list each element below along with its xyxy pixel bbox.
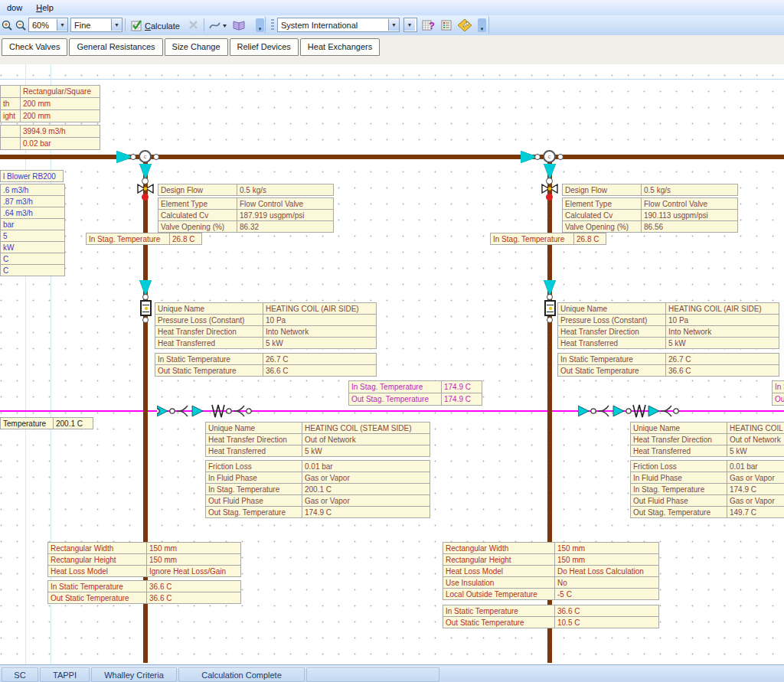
toolbar-overflow-icon[interactable]: ▾ — [478, 18, 486, 32]
steamcoil1-table[interactable]: Unique NameHEATING COIL (STEAM SIDE)Heat… — [205, 422, 430, 457]
tab-size-change[interactable]: Size Change — [165, 38, 228, 56]
row-label: In Stag. Temperature — [349, 381, 441, 393]
row-label: Design Flow — [563, 184, 641, 195]
polyline-tool-button[interactable] — [208, 18, 227, 32]
row-label: Out Static Temperature — [155, 365, 263, 376]
row-value: Out of Network — [727, 434, 784, 445]
table-row: Valve Opening (%)86.56 — [562, 220, 738, 233]
table-row: Friction Loss0.01 bar — [205, 460, 430, 472]
row-value: bar — [1, 219, 64, 230]
steamcoil2-table[interactable]: Unique NameHEATING COIL (STEAM SIDE)Heat… — [630, 422, 784, 457]
valve1-design-flow-table[interactable]: Design Flow0.5 kg/s — [158, 184, 334, 196]
blower-results-table[interactable]: .6 m3/h.87 m3/h.64 m3/hbar5kWCC — [0, 184, 65, 276]
steam-valve-group-icon[interactable] — [157, 403, 260, 419]
row-value: Gas or Vapor — [302, 495, 430, 506]
combo-dropdown-icon[interactable]: ▼ — [404, 19, 415, 31]
aircoil1-table[interactable]: Unique NameHEATING COIL (AIR SIDE)Pressu… — [155, 302, 377, 349]
valve-actuator-node[interactable] — [142, 194, 149, 201]
tee-junction-icon[interactable]: c — [139, 150, 152, 163]
row-value: .64 m3/h — [1, 207, 64, 218]
zoom-out-button[interactable] — [15, 18, 27, 32]
table-row: kW — [0, 241, 65, 253]
menu-item-help[interactable]: Help — [29, 2, 60, 14]
steam-valve-group-icon[interactable] — [578, 403, 681, 419]
instag-temp1-table[interactable]: In Stag. Temperature26.8 C — [86, 233, 202, 245]
junction-node-icon[interactable] — [547, 294, 553, 300]
valve2-results-table[interactable]: Element TypeFlow Control ValveCalculated… — [562, 197, 738, 233]
canvas[interactable]: c c — [0, 64, 784, 664]
grid-quality-combobox[interactable]: Fine ▼ — [70, 18, 122, 32]
flow-control-valve-icon[interactable] — [137, 184, 154, 194]
aircoil1-temps-table[interactable]: In Static Temperature26.7 COut Static Te… — [155, 353, 377, 377]
table-row: Out Stag. Temperature — [772, 393, 784, 406]
table-row: 3994.9 m3/h — [0, 125, 100, 138]
valve-actuator-node[interactable] — [546, 194, 553, 201]
steam-stag-temp-mid-table[interactable]: In Stag. Temperature174.9 COut Stag. Tem… — [348, 380, 482, 406]
table-row: Calculated Cv187.919 usgpm/psi — [158, 209, 334, 221]
row-label: Element Type — [158, 198, 237, 209]
junction-node-icon[interactable] — [547, 317, 553, 323]
row-label: Out Stag. Temperature — [349, 393, 441, 405]
valve2-design-flow-table[interactable]: Design Flow0.5 kg/s — [562, 184, 738, 196]
table-row: Rectangular/Square — [0, 85, 100, 98]
duct2-props-table[interactable]: Rectangular Width150 mmRectangular Heigh… — [443, 542, 659, 600]
row-label: Heat Transfer Direction — [558, 326, 665, 337]
valve1-results-table[interactable]: Element TypeFlow Control ValveCalculated… — [158, 197, 334, 233]
heat-exchanger-icon[interactable] — [544, 300, 556, 316]
blower-name-label[interactable]: l Blower RB200 — [0, 170, 64, 182]
stop-calculation-button-disabled[interactable] — [188, 18, 199, 32]
results-list-button[interactable] — [440, 18, 452, 32]
flow-control-valve-icon[interactable] — [541, 184, 558, 194]
junction-node-icon[interactable] — [153, 154, 159, 160]
combo-dropdown-icon[interactable]: ▼ — [388, 19, 399, 31]
toolbar-gripper[interactable] — [271, 19, 274, 31]
aircoil2-table[interactable]: Unique NameHEATING COIL (AIR SIDE)Pressu… — [557, 302, 779, 349]
zoom-level-combobox[interactable]: 60% ▼ — [28, 18, 68, 32]
secondary-combobox[interactable]: ▼ — [403, 18, 417, 32]
heat-exchanger-icon[interactable] — [140, 300, 152, 316]
table-row: In Stag. Temperature26.8 C — [86, 233, 202, 245]
steam-in-temp-table[interactable]: Temperature200.1 C — [0, 417, 93, 429]
designer-button[interactable] — [457, 18, 472, 32]
toolbar-overflow-icon[interactable]: ▾ — [256, 18, 264, 32]
library-button[interactable] — [232, 18, 246, 32]
row-label: Out Stag. Temperature — [206, 507, 302, 517]
table-row: Heat Transferred5 kW — [155, 337, 377, 349]
row-value: 174.9 C — [441, 381, 482, 393]
row-value: HEATING COIL (AIR SIDE) — [665, 303, 779, 314]
row-value: 5 kW — [302, 445, 430, 456]
tab-general-resistances[interactable]: General Resistances — [69, 38, 162, 56]
junction-node-icon[interactable] — [130, 154, 136, 160]
junction-node-icon[interactable] — [142, 317, 149, 323]
junction-node-icon[interactable] — [534, 154, 541, 160]
duct-shape-table[interactable]: Rectangular/Squareth200 mmight200 mm — [0, 85, 100, 122]
junction-node-icon[interactable] — [557, 154, 564, 160]
table-row: In Fluid PhaseGas or Vapor — [630, 472, 784, 484]
instag-temp2-table[interactable]: In Stag. Temperature26.8 C — [490, 233, 606, 245]
row-label: In Stag. Temperature — [631, 484, 727, 494]
combo-dropdown-icon[interactable]: ▼ — [111, 19, 122, 31]
aircoil2-temps-table[interactable]: In Static Temperature26.7 COut Static Te… — [557, 353, 779, 377]
unit-system-combobox[interactable]: System International ▼ — [277, 18, 400, 32]
steamcoil1-results-table[interactable]: Friction Loss0.01 barIn Fluid PhaseGas o… — [205, 460, 430, 518]
combo-dropdown-icon[interactable]: ▼ — [57, 19, 67, 31]
duct-flow-table[interactable]: 3994.9 m3/h0.02 bar — [0, 125, 100, 150]
zoom-in-button[interactable] — [1, 18, 13, 32]
junction-node-icon[interactable] — [142, 294, 149, 300]
duct2-temps-table[interactable]: In Static Temperature36.6 COut Static Te… — [443, 605, 659, 628]
steam-stag-temp-right-table[interactable]: In Stag. TemperatureOut Stag. Temperatur… — [772, 380, 784, 406]
row-label: Unique Name — [155, 303, 263, 314]
steamcoil2-results-table[interactable]: Friction Loss0.01 barIn Fluid PhaseGas o… — [630, 460, 784, 518]
duct1-props-table[interactable]: Rectangular Width150 mmRectangular Heigh… — [47, 542, 241, 577]
tab-heat-exchangers[interactable]: Heat Exchangers — [300, 38, 380, 56]
table-row: Unique NameHEATING COIL (AIR SIDE) — [557, 302, 779, 315]
tab-check-valves[interactable]: Check Valves — [2, 38, 67, 56]
menu-item-window[interactable]: dow — [0, 2, 29, 14]
calculator-help-button[interactable]: ? — [422, 18, 436, 32]
tee-junction-icon[interactable]: c — [543, 150, 556, 163]
tab-relief-devices[interactable]: Relief Devices — [230, 38, 299, 56]
application-window: dow Help 60% ▼ Fine ▼ Calculate — [0, 0, 784, 682]
table-row: Heat Transferred5 kW — [205, 445, 430, 457]
calculate-button[interactable]: Calculate — [128, 18, 183, 34]
duct1-temps-table[interactable]: In Static Temperature36.6 COut Static Te… — [47, 580, 241, 604]
